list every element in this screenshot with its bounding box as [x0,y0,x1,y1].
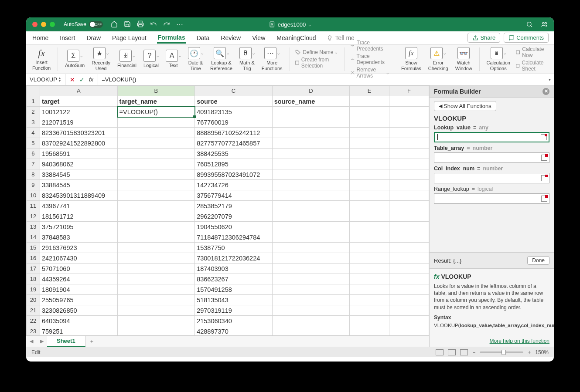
cell-B21[interactable] [117,305,195,316]
menu-home[interactable]: Home [31,33,49,43]
col-header-B[interactable]: B [117,86,195,96]
trace-dependents-button[interactable]: Trace Dependents [350,53,389,65]
cell-E2[interactable] [350,107,389,117]
cell-D11[interactable] [272,201,350,211]
tab-prev-button[interactable]: ◀ [26,338,37,344]
cell-F10[interactable] [389,190,429,201]
cell-F16[interactable] [389,253,429,264]
zoom-window-button[interactable] [50,22,55,27]
cell-D20[interactable] [272,295,350,305]
row-header-20[interactable]: 20 [27,295,40,305]
cell-F2[interactable] [389,107,429,117]
cell-A19[interactable]: 18091904 [40,284,117,295]
row-header-23[interactable]: 23 [27,326,40,336]
show-formulas-button[interactable]: fxShow Formulas [399,47,423,71]
autosave-toggle[interactable]: AutoSave OFF [64,21,103,28]
share-button[interactable]: Share [467,33,500,43]
cell-C21[interactable]: 2970319119 [195,305,273,316]
define-name-button[interactable]: Define Name ⌵ [295,49,339,55]
cell-E3[interactable] [350,117,389,128]
document-title[interactable]: edges1000 ⌵ [269,21,311,28]
cell-F13[interactable] [389,222,429,232]
range-selector-icon[interactable] [541,155,547,161]
print-icon[interactable] [137,20,144,27]
cell-D7[interactable] [272,159,350,169]
cell-D6[interactable] [272,149,350,159]
view-page-layout-button[interactable] [448,349,456,355]
select-all-corner[interactable] [27,86,40,96]
row-header-10[interactable]: 10 [27,190,40,201]
cell-E5[interactable] [350,138,389,149]
row-header-15[interactable]: 15 [27,243,40,253]
row-header-22[interactable]: 22 [27,316,40,326]
menu-draw[interactable]: Draw [85,33,102,43]
row-header-18[interactable]: 18 [27,274,40,284]
cell-A10[interactable]: 832453901311889409 [40,190,117,201]
cell-A11[interactable]: 43967741 [40,201,117,211]
cell-C3[interactable]: 767760019 [195,117,273,128]
cell-A2[interactable]: 10012122 [40,107,117,117]
cell-C8[interactable]: 899395587023491072 [195,169,273,180]
range-selector-icon[interactable] [541,175,547,181]
zoom-slider[interactable] [480,351,523,353]
cell-C17[interactable]: 187403903 [195,264,273,274]
cell-B16[interactable] [117,253,195,264]
cell-D18[interactable] [272,274,350,284]
menu-meaningcloud[interactable]: MeaningCloud [276,33,317,43]
cell-A8[interactable]: 33884545 [40,169,117,180]
cell-A16[interactable]: 2421067430 [40,253,117,264]
cell-D10[interactable] [272,190,350,201]
cell-D8[interactable] [272,169,350,180]
cell-E15[interactable] [350,243,389,253]
row-header-19[interactable]: 19 [27,284,40,295]
row-header-11[interactable]: 11 [27,201,40,211]
trace-precedents-button[interactable]: Trace Precedents [350,40,389,52]
logical-button[interactable]: ?⌵Logical [142,50,160,68]
more-help-link[interactable]: More help on this function [490,338,549,344]
cell-C19[interactable]: 1570491258 [195,284,273,295]
save-icon[interactable] [124,20,131,27]
cell-A21[interactable]: 3230826850 [40,305,117,316]
accept-formula-button[interactable]: ✓ [79,76,85,83]
search-icon[interactable] [526,21,533,28]
cell-A13[interactable]: 375721095 [40,222,117,232]
cell-D2[interactable] [272,107,350,117]
cell-B22[interactable] [117,316,195,326]
menu-view[interactable]: View [251,33,266,43]
cell-F22[interactable] [389,316,429,326]
cell-B17[interactable] [117,264,195,274]
row-header-4[interactable]: 4 [27,128,40,138]
cell-F1[interactable] [389,96,429,107]
cell-E23[interactable] [350,326,389,336]
cell-C20[interactable]: 518135043 [195,295,273,305]
cell-A22[interactable]: 64035094 [40,316,117,326]
col-header-D[interactable]: D [272,86,350,96]
row-header-14[interactable]: 14 [27,232,40,243]
cell-E6[interactable] [350,149,389,159]
expand-formula-bar-button[interactable]: ▾ [545,77,554,82]
menu-data[interactable]: Data [196,33,211,43]
name-box[interactable]: VLOOKUP ▲▼ [26,74,65,85]
menu-page-layout[interactable]: Page Layout [111,33,147,43]
cell-D22[interactable] [272,316,350,326]
cell-F8[interactable] [389,169,429,180]
cell-F18[interactable] [389,274,429,284]
col-header-C[interactable]: C [195,86,273,96]
row-header-1[interactable]: 1 [27,96,40,107]
cell-F20[interactable] [389,295,429,305]
cell-C6[interactable]: 388425535 [195,149,273,159]
arg-input-0[interactable] [434,132,549,142]
cell-C11[interactable]: 2853852179 [195,201,273,211]
cell-E18[interactable] [350,274,389,284]
cell-A14[interactable]: 37848583 [40,232,117,243]
cell-A12[interactable]: 181561712 [40,211,117,222]
autosave-switch[interactable]: OFF [89,21,103,28]
row-header-7[interactable]: 7 [27,159,40,169]
cell-D17[interactable] [272,264,350,274]
cell-B4[interactable] [117,128,195,138]
cell-A15[interactable]: 2916376923 [40,243,117,253]
cell-C15[interactable]: 15387750 [195,243,273,253]
cell-B18[interactable] [117,274,195,284]
cell-C10[interactable]: 3756779414 [195,190,273,201]
row-header-8[interactable]: 8 [27,169,40,180]
